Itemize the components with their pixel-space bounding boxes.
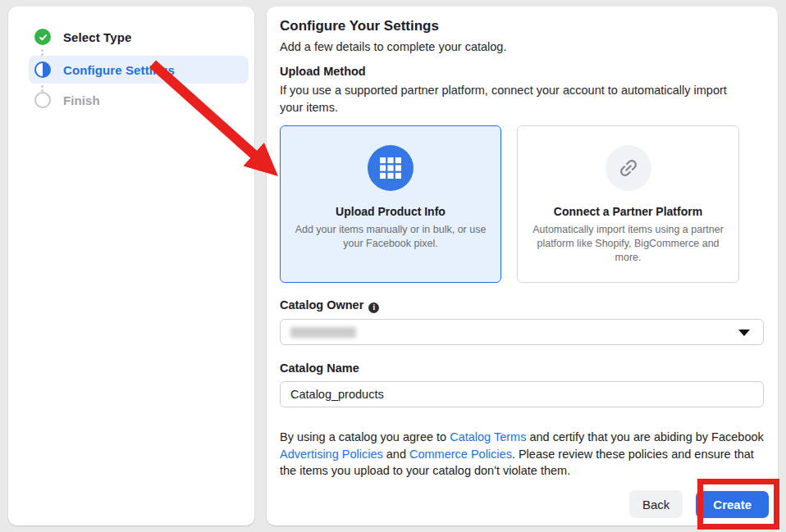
step-label: Finish	[63, 93, 100, 107]
step-configure-settings[interactable]: Configure Settings	[34, 61, 175, 78]
step-connector-dot	[41, 53, 43, 56]
catalog-name-label: Catalog Name	[280, 361, 359, 375]
option-connect-partner-platform[interactable]: Connect a Partner Platform Automatically…	[517, 125, 739, 283]
stepper-sidebar: Select Type Configure Settings Finish	[8, 7, 254, 525]
footer-actions: Back Create	[629, 490, 769, 518]
catalog-name-input[interactable]	[280, 381, 764, 407]
upload-method-options: Upload Product Info Add your items manua…	[280, 125, 739, 283]
legal-text: By using a catalog you agree to Catalog …	[280, 429, 765, 480]
create-catalog-wizard: Select Type Configure Settings Finish Co…	[0, 0, 786, 532]
option-upload-product-info[interactable]: Upload Product Info Add your items manua…	[280, 125, 501, 283]
catalog-owner-label: Catalog Owneri	[280, 298, 379, 313]
advertising-policies-link[interactable]: Advertising Policies	[280, 448, 383, 461]
legal-segment: and certify that you are abiding by Face…	[526, 430, 763, 443]
back-button[interactable]: Back	[629, 490, 683, 518]
check-circle-icon	[34, 29, 51, 45]
step-label: Configure Settings	[63, 63, 175, 77]
create-button[interactable]: Create	[696, 491, 769, 518]
upload-method-description: If you use a supported partner platform,…	[280, 82, 743, 116]
catalog-terms-link[interactable]: Catalog Terms	[450, 430, 526, 443]
catalog-owner-label-text: Catalog Owner	[280, 298, 363, 311]
legal-segment: By using a catalog you agree to	[280, 430, 450, 443]
page-title: Configure Your Settings	[280, 18, 439, 34]
option-description: Add your items manually or in bulk, or u…	[294, 223, 487, 251]
option-title: Connect a Partner Platform	[518, 205, 738, 218]
link-icon	[605, 145, 651, 191]
half-filled-circle-icon	[34, 61, 51, 78]
info-icon[interactable]: i	[368, 302, 379, 313]
catalog-owner-select[interactable]	[280, 319, 764, 345]
option-description: Automatically import items using a partn…	[531, 223, 725, 265]
empty-circle-icon	[34, 92, 51, 108]
page-subtitle: Add a few details to complete your catal…	[280, 40, 506, 53]
catalog-owner-value-redacted	[290, 327, 356, 338]
grid-icon	[368, 145, 414, 191]
commerce-policies-link[interactable]: Commerce Policies	[409, 448, 512, 461]
option-title: Upload Product Info	[281, 205, 500, 218]
step-connector-dot	[41, 85, 43, 88]
upload-method-label: Upload Method	[280, 65, 366, 78]
step-select-type[interactable]: Select Type	[34, 29, 131, 45]
step-connector-dot	[41, 49, 43, 52]
step-finish: Finish	[34, 92, 100, 108]
legal-segment: and	[383, 448, 409, 461]
chevron-down-icon	[738, 330, 750, 336]
step-label: Select Type	[63, 30, 131, 44]
configure-settings-panel: Configure Your Settings Add a few detail…	[267, 7, 778, 525]
